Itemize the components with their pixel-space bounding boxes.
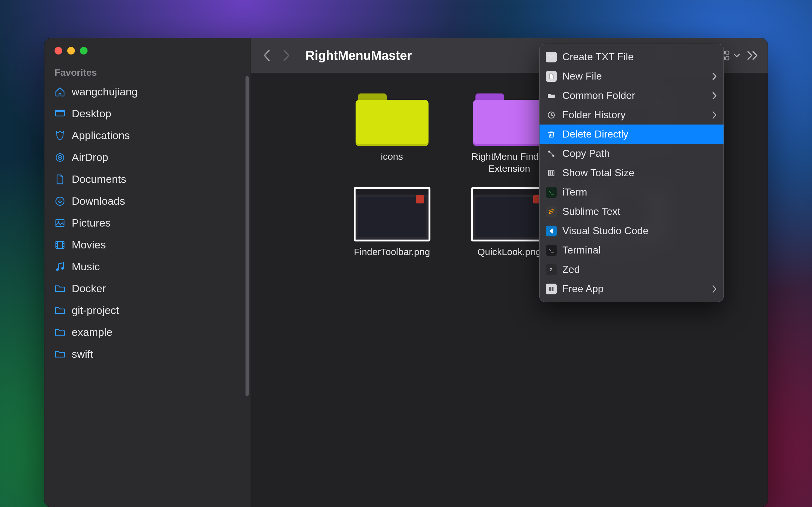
svg-rect-8	[56, 241, 64, 248]
terminal-icon: >_	[546, 245, 557, 256]
menu-item-zed[interactable]: ZZed	[540, 260, 723, 279]
menu-item-folder-history[interactable]: Folder History	[540, 105, 723, 124]
sidebar-section-favorites: Favorites	[44, 60, 251, 81]
path-icon	[546, 148, 557, 159]
download-icon	[55, 196, 65, 207]
svg-rect-44	[552, 287, 554, 289]
svg-text:Z: Z	[550, 268, 552, 272]
folder-icon	[55, 283, 65, 294]
sidebar-item-swift[interactable]: swift	[49, 343, 246, 365]
sidebar-scrollbar[interactable]	[246, 76, 249, 396]
size-icon	[546, 168, 557, 178]
sidebar-item-docker[interactable]: Docker	[49, 278, 246, 299]
svg-rect-43	[549, 287, 551, 289]
zed-icon: Z	[546, 264, 557, 275]
music-icon	[55, 262, 65, 272]
menu-item-new-file[interactable]: New File	[540, 66, 723, 86]
apps-icon	[55, 130, 65, 141]
chevron-down-icon	[733, 53, 740, 58]
file-item[interactable]: FinderToolbar.png	[335, 187, 449, 258]
folder-icon	[55, 305, 65, 316]
menu-item-label: Common Folder	[562, 90, 635, 101]
iterm-icon: >_	[546, 187, 557, 198]
toolbar-overflow-button[interactable]	[746, 50, 759, 60]
menu-item-copy-path[interactable]: Copy Path	[540, 144, 723, 163]
sidebar-item-git-project[interactable]: git-project	[49, 300, 246, 321]
sidebar-item-movies[interactable]: Movies	[49, 234, 246, 256]
menu-item-label: Free App	[562, 283, 604, 295]
sidebar-item-label: AirDrop	[72, 151, 108, 164]
svg-point-4	[59, 157, 61, 158]
sidebar-item-downloads[interactable]: Downloads	[49, 190, 246, 212]
sidebar-item-wangchujiang[interactable]: wangchujiang	[49, 81, 246, 102]
folder-icon	[356, 92, 428, 146]
sidebar-item-label: Downloads	[72, 195, 125, 207]
sublime-icon	[546, 206, 557, 217]
forward-button[interactable]	[280, 49, 293, 62]
sidebar-item-example[interactable]: example	[49, 322, 246, 343]
double-chevron-right-icon	[746, 50, 759, 60]
svg-point-34	[552, 155, 554, 157]
menu-item-label: Visual Studio Code	[562, 225, 649, 237]
svg-text:>_: >_	[549, 248, 554, 252]
file-item-label: FinderToolbar.png	[354, 246, 430, 258]
txt-icon: TXT	[546, 52, 557, 62]
sidebar-item-pictures[interactable]: Pictures	[49, 212, 246, 233]
file-item-label: icons	[380, 151, 403, 163]
close-window-button[interactable]	[55, 47, 62, 55]
menu-item-create-txt-file[interactable]: TXTCreate TXT File	[540, 47, 723, 66]
menu-item-show-total-size[interactable]: Show Total Size	[540, 163, 723, 182]
menu-item-delete-directly[interactable]: Delete Directly	[540, 124, 723, 144]
menu-item-free-app[interactable]: Free App	[540, 279, 723, 298]
sidebar-item-label: git-project	[72, 304, 119, 317]
desktop-icon	[55, 108, 65, 119]
svg-text:>_: >_	[549, 190, 554, 194]
pictures-icon	[55, 218, 65, 228]
svg-rect-38	[550, 173, 551, 175]
svg-rect-46	[552, 289, 554, 291]
airdrop-icon	[55, 152, 65, 163]
svg-rect-29	[726, 57, 729, 60]
trash-icon	[546, 129, 557, 140]
file-item[interactable]: icons	[335, 92, 449, 174]
menu-item-visual-studio-code[interactable]: Visual Studio Code	[540, 221, 723, 240]
svg-rect-45	[549, 289, 551, 291]
svg-point-16	[61, 267, 64, 270]
file-item-label: QuickLook.png	[477, 246, 541, 258]
svg-rect-36	[550, 171, 551, 172]
sidebar-item-label: Docker	[72, 282, 106, 295]
menu-item-common-folder[interactable]: Common Folder	[540, 86, 723, 105]
menu-item-iterm[interactable]: >_iTerm	[540, 182, 723, 202]
zoom-window-button[interactable]	[80, 47, 88, 55]
svg-rect-1	[55, 110, 64, 112]
minimize-window-button[interactable]	[67, 47, 75, 55]
menu-item-terminal[interactable]: >_Terminal	[540, 240, 723, 260]
chevron-right-icon	[711, 285, 717, 293]
document-icon	[55, 174, 65, 185]
folder-icon	[55, 349, 65, 360]
sidebar: Favorites wangchujiangDesktopApplication…	[44, 38, 251, 507]
sidebar-item-label: Pictures	[72, 217, 111, 229]
sidebar-item-label: Desktop	[72, 107, 111, 120]
menu-item-sublime-text[interactable]: Sublime Text	[540, 202, 723, 221]
freeapp-icon	[546, 284, 557, 294]
svg-rect-37	[552, 171, 553, 172]
sidebar-item-applications[interactable]: Applications	[49, 125, 246, 146]
sidebar-item-desktop[interactable]: Desktop	[49, 103, 246, 124]
image-thumbnail	[471, 187, 548, 241]
sidebar-item-airdrop[interactable]: AirDrop	[49, 147, 246, 168]
vscode-icon	[546, 226, 557, 236]
sidebar-item-label: Music	[72, 261, 100, 273]
sidebar-item-music[interactable]: Music	[49, 256, 246, 277]
back-button[interactable]	[260, 49, 274, 62]
menu-item-label: Terminal	[562, 244, 601, 256]
window-title: RightMenuMaster	[305, 49, 412, 63]
sidebar-item-label: Applications	[72, 129, 130, 142]
sidebar-item-label: swift	[72, 348, 93, 360]
sidebar-item-documents[interactable]: Documents	[49, 169, 246, 190]
svg-rect-39	[552, 173, 553, 175]
menu-item-label: Delete Directly	[562, 128, 628, 140]
menu-item-label: Zed	[562, 264, 580, 275]
folder-icon	[55, 327, 65, 338]
menu-item-label: Create TXT File	[562, 51, 634, 63]
